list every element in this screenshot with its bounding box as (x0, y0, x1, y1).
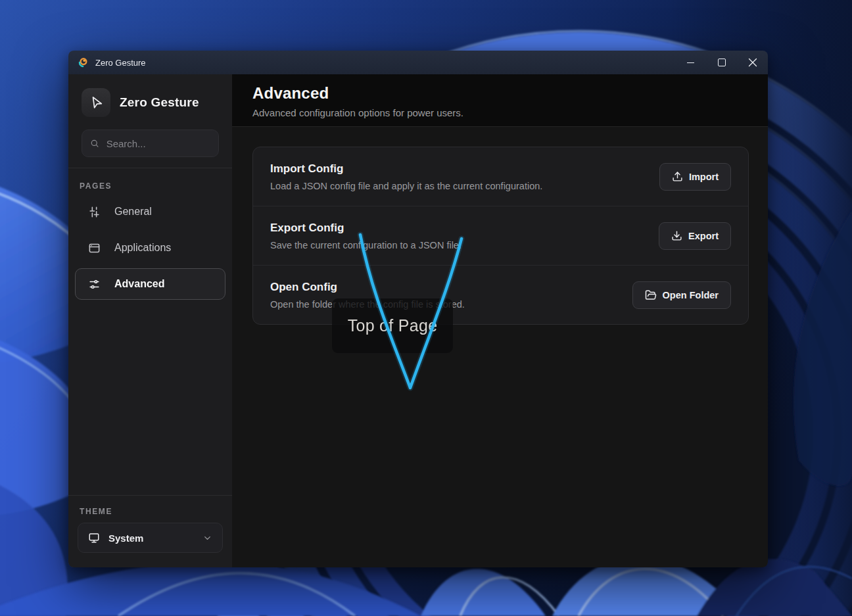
open-config-row: Open Config Open the folder where the co… (253, 265, 748, 324)
open-folder-button[interactable]: Open Folder (632, 281, 731, 309)
upload-icon (672, 171, 683, 182)
pages-section-label: PAGES (80, 181, 232, 191)
row-text: Export Config Save the current configura… (270, 222, 462, 250)
page-title: Advanced (252, 84, 768, 103)
theme-value: System (108, 533, 143, 544)
divider (68, 495, 232, 496)
button-label: Open Folder (663, 290, 719, 300)
desktop: Zero Gesture Zero Gesture (0, 0, 852, 616)
sidebar-item-label: General (114, 206, 152, 218)
theme-section-label: THEME (80, 507, 232, 516)
sidebar-item-general[interactable]: General (75, 196, 225, 227)
window-title: Zero Gesture (95, 58, 146, 68)
theme-select[interactable]: System (78, 523, 223, 553)
row-text: Open Config Open the folder where the co… (270, 281, 465, 310)
export-config-row: Export Config Save the current configura… (253, 206, 748, 265)
search-icon (90, 138, 99, 149)
sidebar-nav: General Applications Advanced (68, 196, 232, 300)
search-box[interactable] (82, 130, 219, 157)
app-window-icon (88, 242, 101, 254)
minimize-icon (687, 62, 694, 63)
search-input[interactable] (105, 137, 210, 150)
divider (68, 168, 232, 168)
row-description: Load a JSON config file and apply it as … (270, 181, 542, 191)
row-title: Import Config (270, 162, 542, 176)
sliders-horizontal-icon (88, 278, 101, 291)
config-panel: Import Config Load a JSON config file an… (252, 147, 749, 325)
export-button[interactable]: Export (659, 222, 731, 250)
row-title: Export Config (270, 222, 462, 235)
button-label: Export (688, 231, 719, 241)
brand-name: Zero Gesture (120, 95, 199, 110)
import-button[interactable]: Import (659, 163, 731, 191)
brand-logo-box (82, 88, 110, 117)
row-description: Save the current configuration to a JSON… (270, 240, 462, 250)
sidebar-item-label: Applications (114, 242, 171, 254)
page-subtitle: Advanced configuration options for power… (252, 107, 768, 118)
row-description: Open the folder where the config file is… (270, 299, 465, 310)
import-config-row: Import Config Load a JSON config file an… (253, 147, 748, 206)
brand: Zero Gesture (82, 88, 219, 117)
window-controls (675, 51, 768, 74)
chevron-down-icon (202, 533, 212, 543)
app-logo-icon (78, 57, 89, 68)
page-header: Advanced Advanced configuration options … (232, 74, 768, 127)
close-icon (748, 58, 757, 67)
download-icon (671, 230, 682, 241)
main-panel: Advanced Advanced configuration options … (232, 74, 768, 567)
minimize-button[interactable] (675, 51, 706, 74)
sliders-vertical-icon (88, 206, 101, 218)
app-window: Zero Gesture Zero Gesture (68, 51, 768, 567)
row-title: Open Config (270, 281, 465, 294)
sidebar-item-advanced[interactable]: Advanced (75, 268, 225, 300)
sidebar-spacer (68, 300, 232, 495)
maximize-button[interactable] (706, 51, 737, 74)
cursor-pointer-icon (89, 96, 103, 110)
window-body: Zero Gesture PAGES General (68, 74, 768, 567)
folder-open-icon (645, 289, 657, 301)
titlebar[interactable]: Zero Gesture (68, 51, 768, 74)
page-content: Import Config Load a JSON config file an… (232, 127, 768, 325)
monitor-icon (88, 532, 100, 544)
sidebar-item-label: Advanced (114, 278, 164, 290)
row-text: Import Config Load a JSON config file an… (270, 162, 542, 191)
sidebar-item-applications[interactable]: Applications (75, 232, 225, 264)
maximize-icon (718, 59, 726, 66)
sidebar: Zero Gesture PAGES General (68, 74, 232, 567)
button-label: Import (689, 172, 719, 182)
close-button[interactable] (737, 51, 768, 74)
